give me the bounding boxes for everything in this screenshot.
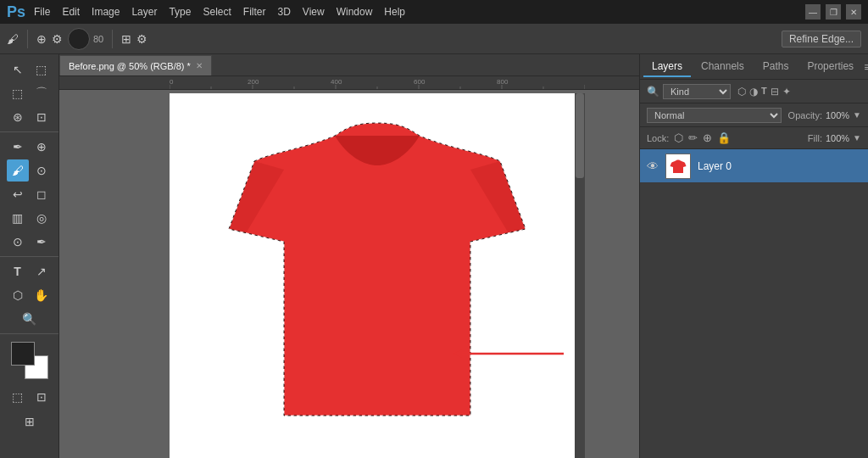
fill-arrow-icon[interactable]: ▼ bbox=[853, 133, 861, 142]
shape-tool[interactable]: ⬡ bbox=[7, 284, 29, 306]
path-select-tool[interactable]: ↗ bbox=[31, 260, 53, 282]
opacity-value[interactable]: 100% bbox=[826, 110, 849, 120]
menu-filter[interactable]: Filter bbox=[243, 6, 266, 18]
foreground-color[interactable] bbox=[11, 342, 35, 366]
eyedropper-tool[interactable]: ✒ bbox=[7, 136, 29, 158]
tab-label: Before.png @ 50% (RGB/8) * bbox=[69, 61, 191, 71]
main: ↖ ⬚ ⬚ ⌒ ⊛ ⊡ ✒ ⊕ 🖌 ⊙ ↩ ◻ bbox=[0, 54, 868, 458]
tab-channels[interactable]: Channels bbox=[693, 57, 753, 77]
menu-3d[interactable]: 3D bbox=[278, 6, 291, 18]
svg-text:200: 200 bbox=[248, 78, 259, 86]
layer-item[interactable]: 👁 Layer 0 bbox=[640, 149, 868, 183]
svg-text:600: 600 bbox=[414, 78, 426, 86]
tool-row-1: ↖ ⬚ bbox=[7, 59, 53, 81]
opacity-arrow-icon[interactable]: ▼ bbox=[853, 110, 861, 120]
standard-mode[interactable]: ⬚ bbox=[7, 386, 29, 408]
stamp-tool[interactable]: ⊙ bbox=[31, 159, 53, 182]
svg-text:800: 800 bbox=[497, 78, 509, 86]
scrollbar-thumb[interactable] bbox=[576, 93, 584, 178]
filter-adjust-icon[interactable]: ◑ bbox=[749, 86, 758, 98]
filter-smart-icon[interactable]: ✦ bbox=[782, 86, 791, 98]
gradient-tool[interactable]: ▥ bbox=[7, 207, 29, 229]
canvas-scrollbar[interactable] bbox=[575, 93, 585, 458]
opacity-row: Opacity: 100% ▼ bbox=[788, 110, 861, 120]
pen-tool[interactable]: ✒ bbox=[31, 231, 53, 253]
menu-help[interactable]: Help bbox=[384, 6, 405, 18]
filter-pixel-icon[interactable]: ⬡ bbox=[737, 86, 746, 98]
layers-list: 👁 Layer 0 bbox=[640, 149, 868, 458]
filter-type-select[interactable]: Kind bbox=[663, 84, 731, 99]
brush-size-container: 80 bbox=[68, 28, 103, 50]
tool-row-8: ⊙ ✒ bbox=[7, 231, 53, 253]
retouch-tools: ✒ ⊕ 🖌 ⊙ ↩ ◻ ▥ ◎ ⊙ ✒ bbox=[0, 135, 58, 257]
spot-heal-tool[interactable]: ⊕ bbox=[31, 136, 53, 158]
search-icon: 🔍 bbox=[647, 86, 659, 98]
maximize-button[interactable]: ❐ bbox=[826, 4, 841, 20]
tool-row-3: ⊛ ⊡ bbox=[7, 106, 53, 128]
tool-row-5: 🖌 ⊙ bbox=[7, 159, 53, 182]
blur-tool[interactable]: ◎ bbox=[31, 207, 53, 229]
lock-position-icon[interactable]: ⊕ bbox=[703, 131, 712, 144]
filter-text-icon[interactable]: T bbox=[761, 86, 767, 98]
lock-image-icon[interactable]: ✏ bbox=[688, 131, 698, 144]
overlay-icon[interactable]: ⊞ bbox=[121, 32, 131, 46]
zoom-tool[interactable]: 🔍 bbox=[19, 308, 41, 330]
artboard-tool[interactable]: ⬚ bbox=[31, 59, 53, 81]
lock-all-icon[interactable]: 🔒 bbox=[717, 131, 731, 144]
document-tab[interactable]: Before.png @ 50% (RGB/8) * ✕ bbox=[59, 55, 212, 75]
panel-content: 🔍 Kind ⬡ ◑ T ⊟ ✦ Normal Opacity: bbox=[640, 80, 868, 458]
tool-row-11: 🔍 bbox=[19, 308, 41, 330]
tab-layers[interactable]: Layers bbox=[643, 57, 691, 77]
lock-transparent-icon[interactable]: ⬡ bbox=[674, 131, 683, 144]
separator2 bbox=[112, 30, 113, 48]
tool-row-2: ⬚ ⌒ bbox=[7, 82, 53, 104]
titlebar-controls: — ❐ ✕ bbox=[805, 4, 861, 20]
tab-close-button[interactable]: ✕ bbox=[196, 61, 203, 70]
tab-paths[interactable]: Paths bbox=[754, 57, 798, 77]
tool-row-9: T ↗ bbox=[7, 260, 53, 282]
fill-row: Fill: 100% ▼ bbox=[808, 133, 861, 143]
brush-tool-icon[interactable]: 🖌 bbox=[7, 32, 19, 46]
menu-type[interactable]: Type bbox=[169, 6, 191, 18]
marquee-tool[interactable]: ⬚ bbox=[7, 82, 29, 104]
dodge-tool[interactable]: ⊙ bbox=[7, 231, 29, 253]
screen-mode-button[interactable]: ⊞ bbox=[19, 411, 41, 433]
fill-label: Fill: bbox=[808, 133, 822, 143]
canvas-area[interactable]: 0 200 400 600 800 bbox=[59, 76, 639, 458]
menu-select[interactable]: Select bbox=[203, 6, 231, 18]
lasso-tool[interactable]: ⌒ bbox=[31, 82, 53, 104]
crop-tool[interactable]: ⊡ bbox=[31, 106, 53, 128]
close-button[interactable]: ✕ bbox=[846, 4, 861, 20]
left-toolbar: ↖ ⬚ ⬚ ⌒ ⊛ ⊡ ✒ ⊕ 🖌 ⊙ ↩ ◻ bbox=[0, 54, 59, 458]
menu-window[interactable]: Window bbox=[337, 6, 373, 18]
tool-row-6: ↩ ◻ bbox=[7, 183, 53, 205]
blend-mode-select[interactable]: Normal bbox=[647, 108, 782, 123]
overlay-settings-icon[interactable]: ⚙ bbox=[136, 32, 147, 46]
eraser-tool[interactable]: ◻ bbox=[31, 183, 53, 205]
text-tool[interactable]: T bbox=[7, 260, 29, 282]
quick-mask-mode[interactable]: ⊡ bbox=[31, 386, 53, 408]
move-tool[interactable]: ↖ bbox=[7, 59, 29, 81]
brush-preset-icon[interactable]: ⊕ bbox=[36, 32, 47, 46]
menu-view[interactable]: View bbox=[303, 6, 325, 18]
brush-options-icon[interactable]: ⚙ bbox=[52, 32, 63, 46]
minimize-button[interactable]: — bbox=[805, 4, 821, 20]
filter-shape-icon[interactable]: ⊟ bbox=[771, 86, 779, 98]
refine-edge-button[interactable]: Refine Edge... bbox=[782, 31, 861, 47]
menu-file[interactable]: File bbox=[34, 6, 50, 18]
history-brush-tool[interactable]: ↩ bbox=[7, 183, 29, 205]
fill-value[interactable]: 100% bbox=[826, 133, 849, 143]
tab-bar: Before.png @ 50% (RGB/8) * ✕ bbox=[59, 54, 639, 76]
separator bbox=[27, 30, 28, 48]
brush-tool[interactable]: 🖌 bbox=[7, 159, 29, 182]
panel-menu-icon[interactable]: ≡ bbox=[864, 60, 868, 74]
menu-layer[interactable]: Layer bbox=[131, 6, 157, 18]
menu-edit[interactable]: Edit bbox=[62, 6, 80, 18]
quick-mask-row: ⬚ ⊡ bbox=[7, 386, 53, 408]
tab-properties[interactable]: Properties bbox=[798, 57, 862, 77]
layer-visibility-toggle[interactable]: 👁 bbox=[647, 159, 659, 173]
svg-text:400: 400 bbox=[331, 78, 342, 86]
quick-select-tool[interactable]: ⊛ bbox=[7, 106, 29, 128]
menu-image[interactable]: Image bbox=[92, 6, 120, 18]
hand-tool[interactable]: ✋ bbox=[31, 284, 53, 306]
